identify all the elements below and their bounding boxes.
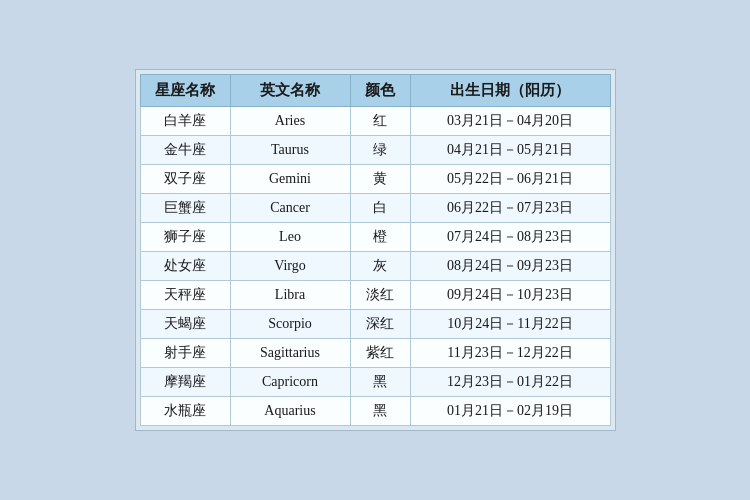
cell-english: Capricorn (230, 368, 350, 397)
table-row: 天秤座Libra淡红09月24日－10月23日 (140, 281, 610, 310)
table-row: 水瓶座Aquarius黑01月21日－02月19日 (140, 397, 610, 426)
cell-color: 灰 (350, 252, 410, 281)
cell-english: Scorpio (230, 310, 350, 339)
cell-date: 05月22日－06月21日 (410, 165, 610, 194)
table-header-row: 星座名称 英文名称 颜色 出生日期（阳历） (140, 75, 610, 107)
cell-date: 07月24日－08月23日 (410, 223, 610, 252)
cell-color: 深红 (350, 310, 410, 339)
cell-english: Sagittarius (230, 339, 350, 368)
table-row: 巨蟹座Cancer白06月22日－07月23日 (140, 194, 610, 223)
cell-chinese: 巨蟹座 (140, 194, 230, 223)
cell-chinese: 天蝎座 (140, 310, 230, 339)
cell-color: 橙 (350, 223, 410, 252)
cell-date: 03月21日－04月20日 (410, 107, 610, 136)
table-row: 天蝎座Scorpio深红10月24日－11月22日 (140, 310, 610, 339)
table-row: 射手座Sagittarius紫红11月23日－12月22日 (140, 339, 610, 368)
cell-chinese: 金牛座 (140, 136, 230, 165)
table-container: 星座名称 英文名称 颜色 出生日期（阳历） 白羊座Aries红03月21日－04… (135, 69, 616, 431)
cell-english: Aquarius (230, 397, 350, 426)
table-row: 双子座Gemini黄05月22日－06月21日 (140, 165, 610, 194)
cell-english: Virgo (230, 252, 350, 281)
cell-color: 黄 (350, 165, 410, 194)
cell-date: 08月24日－09月23日 (410, 252, 610, 281)
cell-chinese: 水瓶座 (140, 397, 230, 426)
cell-date: 01月21日－02月19日 (410, 397, 610, 426)
cell-english: Aries (230, 107, 350, 136)
table-row: 狮子座Leo橙07月24日－08月23日 (140, 223, 610, 252)
cell-chinese: 双子座 (140, 165, 230, 194)
table-row: 处女座Virgo灰08月24日－09月23日 (140, 252, 610, 281)
cell-color: 黑 (350, 397, 410, 426)
cell-date: 11月23日－12月22日 (410, 339, 610, 368)
cell-date: 10月24日－11月22日 (410, 310, 610, 339)
cell-date: 06月22日－07月23日 (410, 194, 610, 223)
cell-date: 04月21日－05月21日 (410, 136, 610, 165)
header-color: 颜色 (350, 75, 410, 107)
cell-chinese: 白羊座 (140, 107, 230, 136)
cell-chinese: 处女座 (140, 252, 230, 281)
table-row: 金牛座Taurus绿04月21日－05月21日 (140, 136, 610, 165)
header-chinese: 星座名称 (140, 75, 230, 107)
cell-english: Leo (230, 223, 350, 252)
table-row: 摩羯座Capricorn黑12月23日－01月22日 (140, 368, 610, 397)
cell-english: Libra (230, 281, 350, 310)
cell-chinese: 摩羯座 (140, 368, 230, 397)
cell-color: 紫红 (350, 339, 410, 368)
cell-color: 红 (350, 107, 410, 136)
cell-color: 黑 (350, 368, 410, 397)
cell-color: 白 (350, 194, 410, 223)
cell-color: 淡红 (350, 281, 410, 310)
cell-english: Taurus (230, 136, 350, 165)
cell-english: Cancer (230, 194, 350, 223)
cell-color: 绿 (350, 136, 410, 165)
cell-chinese: 射手座 (140, 339, 230, 368)
header-english: 英文名称 (230, 75, 350, 107)
cell-date: 09月24日－10月23日 (410, 281, 610, 310)
zodiac-table: 星座名称 英文名称 颜色 出生日期（阳历） 白羊座Aries红03月21日－04… (140, 74, 611, 426)
cell-chinese: 狮子座 (140, 223, 230, 252)
cell-date: 12月23日－01月22日 (410, 368, 610, 397)
table-row: 白羊座Aries红03月21日－04月20日 (140, 107, 610, 136)
cell-chinese: 天秤座 (140, 281, 230, 310)
cell-english: Gemini (230, 165, 350, 194)
header-date: 出生日期（阳历） (410, 75, 610, 107)
